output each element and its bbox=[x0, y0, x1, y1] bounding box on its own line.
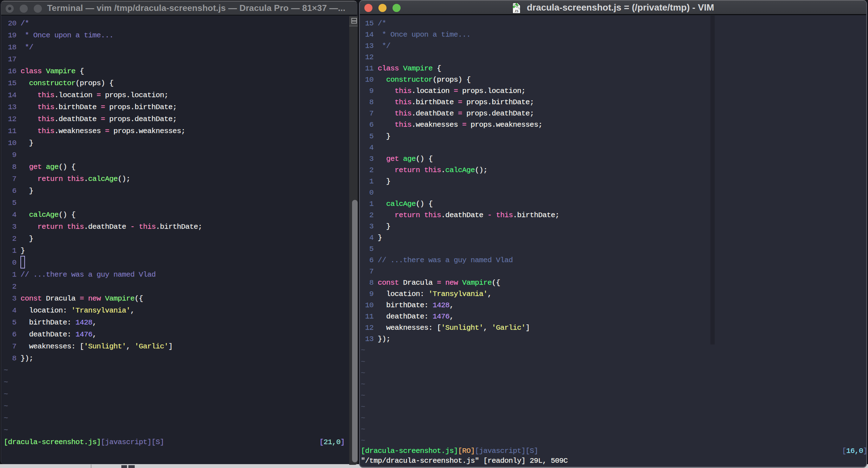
svg-text:JS: JS bbox=[514, 9, 519, 13]
